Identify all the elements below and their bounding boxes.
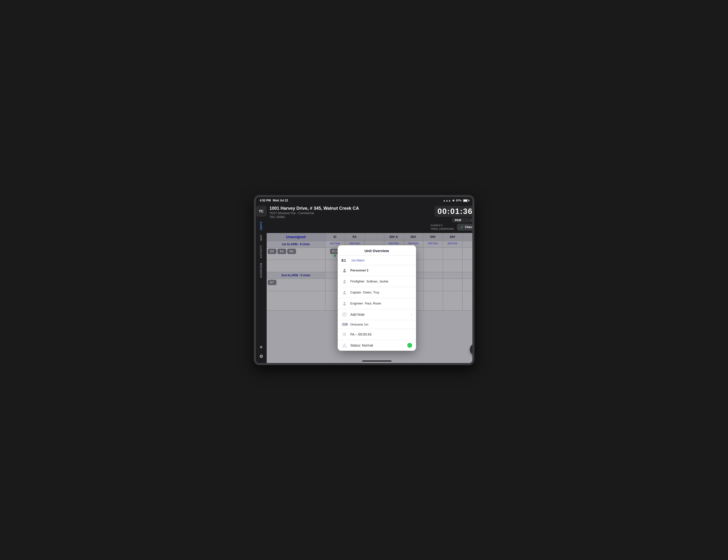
signal-icon: ▲▲▲ <box>443 199 451 202</box>
wifi-icon: ⊛ <box>452 199 454 202</box>
modal-unit-id: E1 <box>342 258 348 263</box>
modal-header: Unit Overview <box>338 245 416 256</box>
check-circle-icon: ✓ <box>460 225 463 229</box>
modal-title: Unit Overview <box>364 249 389 253</box>
person3-icon <box>342 300 347 306</box>
sidebar-item-activity[interactable]: ACTIVITY <box>259 243 263 260</box>
checklists-label: Checklists <box>465 226 474 229</box>
modal-overlay[interactable]: Unit Overview E1 1st Alarm <box>267 233 474 363</box>
modal-fa-timer-row: FA – 00:00:43 <box>338 329 416 340</box>
modal-person1-row: Firefighter Sullivan, Jackie <box>338 276 416 287</box>
main-content: 1001 Harvey Drive, # 345, Walnut Creek C… <box>267 204 474 363</box>
person2-icon <box>342 289 347 295</box>
svg-point-18 <box>344 346 345 346</box>
header-tac: TAC: B3/B4 <box>270 216 428 219</box>
battery-percent: 87% <box>456 199 461 202</box>
modal-status-row: Status: Normal <box>338 340 416 351</box>
par-label: PAR <box>455 218 461 222</box>
date-display: Wed Jul 22 <box>273 199 288 202</box>
sidebar-item-units[interactable]: UNITS <box>259 220 263 232</box>
svg-point-3 <box>343 282 346 283</box>
svg-point-0 <box>344 269 345 271</box>
header: 1001 Harvey Drive, # 345, Walnut Creek C… <box>267 204 474 233</box>
sidebar-item-map[interactable]: MAP <box>259 233 263 243</box>
svg-point-6 <box>344 302 345 303</box>
status-green-dot <box>407 343 412 348</box>
add-note-icon <box>342 311 347 317</box>
incident-number: TRNG-1595461841 <box>430 227 454 231</box>
personnel-icon <box>342 268 347 274</box>
modal-person2-row: Captain Owen, Troy <box>338 287 416 298</box>
modal-cad-label: Onscene 1m <box>350 322 412 326</box>
svg-point-7 <box>343 304 346 305</box>
status-warning-icon <box>342 342 347 348</box>
sidebar: TC UNITS MAP ACTIVITY OVERVIEW ≡ ⚙ <box>256 204 267 363</box>
modal-person2-label: Captain Owen, Troy <box>350 290 412 294</box>
add-note-chevron: › <box>411 312 412 316</box>
person1-icon <box>342 279 347 284</box>
modal-personnel-row: Personnel 3 <box>338 265 416 276</box>
unit-overview-modal: Unit Overview E1 1st Alarm <box>338 245 416 351</box>
incident-row: Incident #: TRNG-1595461841 ✓ Checklists <box>430 224 474 231</box>
modal-cad-row: CAD Onscene 1m <box>338 320 416 329</box>
par-value: -19:07 <box>471 218 474 222</box>
modal-personnel-label: Personnel 3 <box>350 269 412 272</box>
modal-alarm-label: 1st Alarm <box>351 259 412 262</box>
sidebar-item-overview[interactable]: OVERVIEW <box>259 261 263 280</box>
modal-add-note-row[interactable]: Add Note › <box>338 309 416 320</box>
modal-fa-timer-label: FA – 00:00:43 <box>350 332 412 336</box>
cad-badge: CAD <box>342 322 347 326</box>
modal-person1-label: Firefighter Sullivan, Jackie <box>350 280 412 283</box>
incident-label: Incident #: <box>430 224 454 227</box>
modal-status-label: Status: Normal <box>350 343 404 347</box>
timer-display: 00:01:36 + <box>434 206 474 217</box>
svg-point-5 <box>343 293 346 294</box>
sidebar-nav: UNITS MAP ACTIVITY OVERVIEW <box>259 220 263 344</box>
par-row: PAR -19:07 <box>452 218 474 223</box>
header-incident-type: TEST-Structure Fire - Commercial <box>270 212 428 215</box>
audio-icon <box>342 331 347 337</box>
svg-point-1 <box>343 271 346 273</box>
gear-icon[interactable]: ⚙ <box>259 354 263 359</box>
tc-button[interactable]: TC <box>256 206 267 217</box>
checklists-button[interactable]: ✓ Checklists <box>457 224 474 231</box>
modal-person3-row: Engineer Paul, Rosie <box>338 298 416 309</box>
modal-person3-label: Engineer Paul, Rosie <box>350 301 412 305</box>
svg-point-2 <box>344 280 345 281</box>
modal-add-note-label: Add Note <box>350 312 408 316</box>
svg-point-4 <box>344 291 345 292</box>
hamburger-icon[interactable]: ≡ <box>260 344 263 350</box>
timer-value: 00:01:36 <box>437 207 473 216</box>
modal-unit-row: E1 1st Alarm <box>338 256 416 265</box>
grid-area: Unassigned IC FA DIV A DIV DIV DIV 1st A… <box>267 233 474 363</box>
battery-icon <box>463 199 468 202</box>
time-display: 4:52 PM <box>260 199 271 202</box>
status-bar: 4:52 PM Wed Jul 22 ▲▲▲ ⊛ 87% <box>256 197 472 204</box>
header-address: 1001 Harvey Drive, # 345, Walnut Creek C… <box>270 206 428 211</box>
